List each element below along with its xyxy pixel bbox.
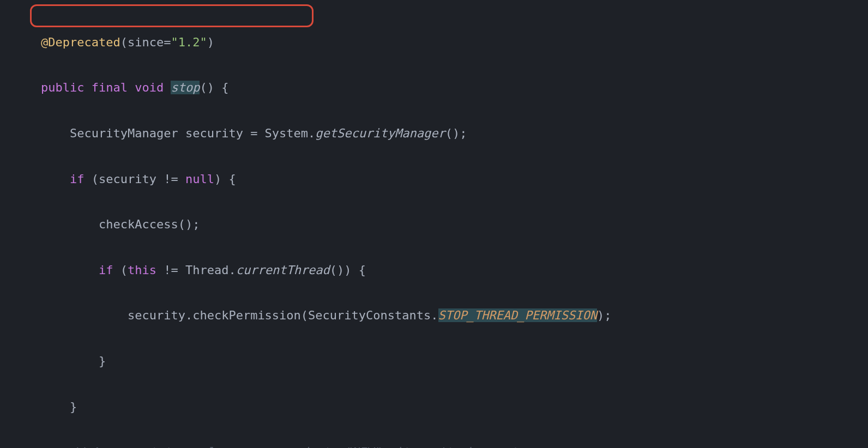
code-line[interactable]: if (this != Thread.currentThread()) {: [41, 259, 868, 282]
annotation-token: @Deprecated: [41, 35, 120, 49]
type-token: SecurityManager: [70, 126, 178, 140]
indent-guide: [41, 126, 70, 140]
paren-token: ();: [445, 126, 467, 140]
code-line[interactable]: checkAccess();: [41, 213, 868, 236]
operator-token: =: [250, 126, 257, 140]
indent-guide: [41, 263, 99, 277]
brace-token: }: [99, 354, 106, 368]
indent-guide: [41, 308, 128, 322]
paren-token: (: [301, 308, 308, 322]
method-call-token: checkPermission: [192, 308, 301, 322]
operator-token: !=: [164, 172, 178, 186]
indent-guide: [41, 172, 70, 186]
indent-guide: [41, 400, 70, 414]
dot-token: .: [228, 263, 236, 277]
code-line[interactable]: SecurityManager security = System.getSec…: [41, 122, 868, 145]
paren-token: ()): [330, 263, 352, 277]
code-editor-viewport[interactable]: @Deprecated(since="1.2") public final vo…: [0, 8, 868, 448]
comment-token: // A zero status value corresponds to "N…: [70, 445, 525, 448]
param-token: since=: [128, 35, 171, 49]
brace-token: {: [214, 81, 229, 94]
paren-token: (: [113, 263, 128, 277]
keyword-token: if: [99, 263, 113, 277]
indent-guide: [41, 217, 99, 231]
code-line[interactable]: @Deprecated(since="1.2"): [41, 31, 868, 54]
space-token: [178, 172, 185, 186]
code-line[interactable]: public final void stop() {: [41, 76, 868, 99]
dot-token: .: [185, 308, 192, 322]
method-call-token: getSecurityManager: [315, 126, 445, 140]
keyword-token: final: [92, 81, 128, 94]
identifier-token: security: [99, 172, 164, 186]
identifier-token: security: [178, 126, 250, 140]
type-token: Thread: [185, 263, 228, 277]
dot-token: .: [431, 308, 438, 322]
indent-guide: [41, 445, 70, 448]
brace-token: {: [221, 172, 236, 186]
code-line[interactable]: // A zero status value corresponds to "N…: [41, 441, 868, 448]
brace-token: {: [352, 263, 366, 277]
string-token: "1.2": [171, 35, 207, 49]
type-token: SecurityConstants: [308, 308, 431, 322]
dot-token: .: [308, 126, 315, 140]
paren-token: );: [597, 308, 612, 322]
code-line[interactable]: }: [41, 396, 868, 419]
paren-token: (: [120, 35, 128, 49]
indent-guide: [41, 354, 99, 368]
keyword-token: null: [185, 172, 214, 186]
method-call-token: checkAccess();: [99, 217, 200, 231]
identifier-token: System: [257, 126, 308, 140]
keyword-token: void: [135, 81, 164, 94]
code-line[interactable]: if (security != null) {: [41, 168, 868, 191]
code-line[interactable]: security.checkPermission(SecurityConstan…: [41, 304, 868, 327]
method-call-token: currentThread: [236, 263, 330, 277]
code-line[interactable]: }: [41, 350, 868, 373]
paren-token: ): [207, 35, 214, 49]
method-name-token: stop: [171, 81, 200, 94]
brace-token: }: [70, 400, 77, 414]
paren-token: (: [84, 172, 99, 186]
keyword-token: if: [70, 172, 85, 186]
operator-token: !=: [156, 263, 185, 277]
keyword-token: this: [128, 263, 156, 277]
paren-token: (): [200, 81, 214, 94]
paren-token: ): [214, 172, 221, 186]
constant-token: STOP_THREAD_PERMISSION: [438, 308, 597, 322]
keyword-token: public: [41, 81, 84, 94]
identifier-token: security: [128, 308, 185, 322]
